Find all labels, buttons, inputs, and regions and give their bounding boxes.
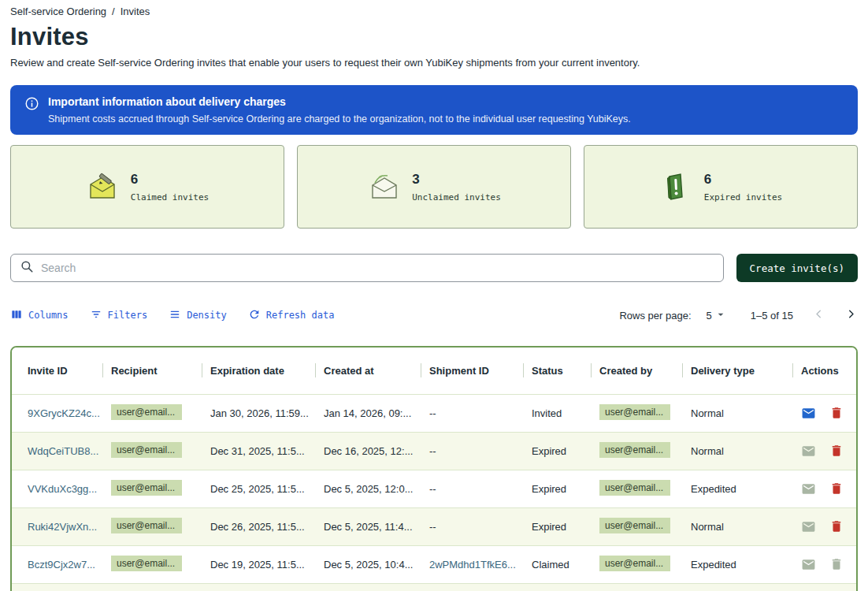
- recipient-redacted: user@email...: [111, 442, 182, 458]
- delete-invite-button[interactable]: [829, 557, 844, 571]
- pagination-range: 1–5 of 15: [751, 310, 793, 322]
- column-header-created-by[interactable]: Created by: [592, 348, 683, 394]
- column-header-delivery-type[interactable]: Delivery type: [683, 348, 793, 394]
- column-header-created-at[interactable]: Created at: [316, 348, 421, 394]
- delete-invite-button[interactable]: [829, 406, 844, 420]
- invites-table: Invite ID Recipient Expiration date Crea…: [10, 346, 858, 591]
- invite-id-link[interactable]: 9XGrycKZ24c...: [28, 407, 100, 419]
- filters-button[interactable]: Filters: [90, 308, 148, 323]
- unclaimed-invites-card: 3 Unclaimed invites: [297, 145, 571, 229]
- invite-stats: 6 Claimed invites 3 Unclaimed invites: [10, 145, 858, 229]
- expired-invites-text: 6 Expired invites: [704, 172, 782, 203]
- column-header-expiration-date[interactable]: Expiration date: [202, 348, 316, 394]
- delete-invite-button[interactable]: [829, 481, 844, 496]
- refresh-data-button[interactable]: Refresh data: [248, 308, 335, 323]
- send-email-button[interactable]: [801, 519, 816, 534]
- breadcrumb-self-service-ordering[interactable]: Self-service Ordering: [10, 6, 106, 17]
- invite-id-link[interactable]: Bczt9Cjx2w7...: [28, 559, 95, 571]
- expiration-date-cell: Dec 26, 2025, 11:5...: [202, 507, 316, 545]
- send-email-button[interactable]: [801, 557, 816, 572]
- recipient-redacted: user@email...: [111, 404, 182, 420]
- delivery-type-cell: Normal: [683, 394, 793, 432]
- status-cell: Invited: [524, 394, 592, 432]
- claimed-invites-card: 6 Claimed invites: [10, 145, 284, 229]
- column-header-invite-id[interactable]: Invite ID: [12, 348, 103, 394]
- table-row: WdqCeiTUB8... user@email... Dec 31, 2025…: [12, 432, 856, 470]
- created-at-cell: Dec 5, 2025, 10:4...: [316, 545, 421, 583]
- created-by-redacted: user@email...: [599, 518, 670, 533]
- created-at-cell: Dec 5, 2025, 12:0...: [316, 470, 421, 507]
- search-icon: [20, 259, 34, 277]
- refresh-icon: [248, 308, 261, 323]
- table-row: VVKduXc3gg... user@email... Dec 25, 2025…: [12, 470, 856, 507]
- invite-id-link[interactable]: WdqCeiTUB8...: [28, 445, 98, 457]
- create-invites-button[interactable]: Create invite(s): [736, 254, 858, 282]
- column-header-actions: Actions: [793, 348, 856, 394]
- unclaimed-invites-label: Unclaimed invites: [412, 192, 501, 203]
- column-header-shipment-id[interactable]: Shipment ID: [421, 348, 524, 394]
- created-by-redacted: user@email...: [599, 480, 670, 496]
- recipient-redacted: user@email...: [111, 480, 182, 496]
- expired-invites-count: 6: [704, 172, 782, 188]
- status-cell: Expired: [524, 470, 592, 507]
- page-title: Invites: [10, 23, 858, 51]
- table-header-row: Invite ID Recipient Expiration date Crea…: [12, 348, 856, 394]
- shipment-id-link[interactable]: 2wPMdhd1TfkE6...: [429, 559, 516, 571]
- delivery-type-cell: Normal: [683, 432, 793, 470]
- status-cell: Expired: [524, 507, 592, 545]
- delete-invite-button[interactable]: [829, 444, 844, 458]
- created-by-redacted: user@email...: [599, 404, 670, 420]
- claimed-invite-icon: [86, 172, 119, 202]
- delivery-type-cell: Expedited: [683, 545, 793, 583]
- created-by-redacted: user@email...: [599, 442, 670, 458]
- invite-id-link[interactable]: VVKduXc3gg...: [28, 483, 97, 495]
- previous-page-button[interactable]: [812, 307, 825, 323]
- status-cell: Expired: [524, 432, 592, 470]
- claimed-invites-count: 6: [131, 172, 209, 188]
- columns-label: Columns: [28, 310, 69, 321]
- next-page-button[interactable]: [844, 307, 858, 323]
- invite-id-link[interactable]: Ruki42VjwXn...: [28, 521, 97, 533]
- created-by-redacted: user@email...: [599, 556, 670, 571]
- table-row: Bczt9Cjx2w7... user@email... Dec 19, 202…: [12, 545, 856, 583]
- info-icon: [24, 96, 39, 114]
- column-header-status[interactable]: Status: [524, 348, 592, 394]
- columns-button[interactable]: Columns: [10, 308, 69, 323]
- refresh-data-label: Refresh data: [266, 310, 335, 321]
- invites-page: Self-service Ordering / Invites Invites …: [0, 0, 868, 591]
- recipient-redacted: user@email...: [111, 556, 182, 571]
- unclaimed-invites-count: 3: [412, 172, 501, 188]
- rows-per-page-label: Rows per page:: [619, 310, 691, 322]
- column-header-recipient[interactable]: Recipient: [103, 348, 202, 394]
- page-subtitle: Review and create Self-service Ordering …: [10, 57, 858, 69]
- shipment-id-cell: --: [421, 470, 524, 507]
- density-button[interactable]: Density: [169, 308, 227, 323]
- expiration-date-cell: Dec 31, 2025, 11:5...: [202, 432, 316, 470]
- unclaimed-invite-icon: [367, 172, 400, 202]
- claimed-invites-text: 6 Claimed invites: [131, 172, 209, 203]
- expired-invite-icon: [659, 172, 692, 202]
- table-row: Ruki42VjwXn... user@email... Dec 26, 202…: [12, 507, 856, 545]
- delivery-type-cell: Normal: [683, 507, 793, 545]
- send-email-button[interactable]: [801, 444, 816, 459]
- send-email-button[interactable]: [801, 406, 816, 421]
- table-row: 9XGrycKZ24c... user@email... Jan 30, 202…: [12, 394, 856, 432]
- shipment-id-cell: --: [421, 432, 524, 470]
- filter-icon: [90, 308, 102, 323]
- breadcrumb-separator: /: [112, 6, 115, 17]
- search-box[interactable]: [10, 254, 724, 282]
- claimed-invites-label: Claimed invites: [131, 192, 209, 203]
- expired-invites-card: 6 Expired invites: [584, 145, 858, 229]
- rows-per-page-select[interactable]: 5: [707, 308, 727, 323]
- delete-invite-button[interactable]: [829, 519, 844, 533]
- banner-text: Important information about delivery cha…: [48, 95, 631, 125]
- chevron-down-icon: [714, 308, 727, 323]
- expiration-date-cell: Jan 30, 2026, 11:59...: [202, 394, 316, 432]
- search-input[interactable]: [41, 262, 714, 274]
- table-row-partial: [12, 583, 856, 591]
- breadcrumb-invites: Invites: [121, 6, 150, 17]
- send-email-button[interactable]: [801, 481, 816, 496]
- filters-label: Filters: [108, 310, 148, 321]
- delivery-type-cell: Expedited: [683, 470, 793, 507]
- rows-per-page-value: 5: [707, 310, 712, 322]
